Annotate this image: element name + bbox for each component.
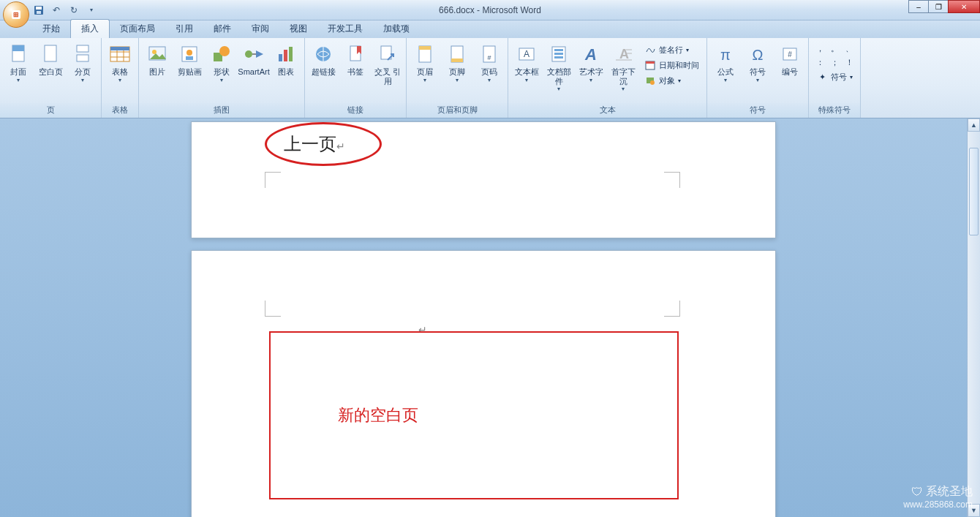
chevron-down-icon: ▾ <box>557 86 560 92</box>
smartart-button[interactable]: SmartArt <box>238 41 269 78</box>
equation-label: 公式 <box>717 67 734 77</box>
svg-rect-6 <box>77 45 88 52</box>
picture-icon <box>146 42 169 66</box>
svg-rect-1 <box>36 7 42 10</box>
chevron-down-icon: ▾ <box>525 77 528 83</box>
symbol-button[interactable]: Ω符号▾ <box>742 41 773 85</box>
picture-button[interactable]: 图片 <box>142 41 173 78</box>
margin-mark <box>664 172 680 188</box>
number-button[interactable]: #编号 <box>774 41 805 78</box>
smartart-icon <box>242 42 265 66</box>
wordart-button[interactable]: A艺术字▾ <box>576 41 606 85</box>
hyperlink-label: 超链接 <box>312 67 336 77</box>
table-icon <box>108 42 132 66</box>
group-label: 符号 <box>707 103 808 118</box>
punct-semi[interactable]: ； <box>828 56 841 69</box>
shapes-button[interactable]: 形状▾ <box>206 41 237 85</box>
dropcap-button[interactable]: A首字下沉▾ <box>608 41 638 94</box>
footer-button[interactable]: 页脚▾ <box>442 41 472 85</box>
svg-point-15 <box>152 50 157 54</box>
textbox-button[interactable]: A文本框▾ <box>511 41 542 85</box>
equation-button[interactable]: π公式▾ <box>710 41 741 85</box>
clipart-button[interactable]: 剪贴画 <box>174 41 205 78</box>
margin-mark <box>265 172 281 188</box>
ribbon-group-页眉和页脚: 页眉▾页脚▾#页码▾页眉和页脚 <box>407 38 508 118</box>
punct-sep[interactable]: 、 <box>843 42 856 55</box>
svg-point-20 <box>219 46 230 56</box>
more-symbols-button[interactable]: ✦符号▾ <box>813 69 856 84</box>
page1-text: 上一页↵ <box>284 132 345 156</box>
scroll-up-button[interactable]: ▲ <box>968 118 980 132</box>
window-controls: – ❐ ✕ <box>909 0 980 13</box>
signature-icon <box>644 44 656 56</box>
tab-邮件[interactable]: 邮件 <box>203 20 241 38</box>
shapes-label: 形状 <box>214 67 230 77</box>
header-icon <box>413 42 437 66</box>
tab-引用[interactable]: 引用 <box>165 20 203 38</box>
svg-rect-7 <box>77 55 88 61</box>
tab-视图[interactable]: 视图 <box>279 20 317 38</box>
clipart-label: 剪贴画 <box>178 67 202 77</box>
pagenum-label: 页码 <box>481 67 497 77</box>
document-area[interactable]: 上一页↵ ↵ 新的空白页 <box>0 118 967 517</box>
punct-excl[interactable]: ！ <box>843 56 856 69</box>
bookmark-button[interactable]: 书签 <box>340 41 371 78</box>
picture-label: 图片 <box>149 67 165 77</box>
group-label: 页 <box>0 103 101 118</box>
document-page-1[interactable]: 上一页↵ <box>191 121 776 238</box>
cover-button[interactable]: 封面▾ <box>3 41 34 85</box>
svg-rect-18 <box>186 56 193 60</box>
tab-开始[interactable]: 开始 <box>32 20 70 38</box>
ribbon-group-表格: 表格▾表格 <box>102 38 139 118</box>
tab-插入[interactable]: 插入 <box>70 19 110 38</box>
ribbon-group-链接: 超链接书签交叉 引用链接 <box>305 38 407 118</box>
shield-icon: 🛡 <box>911 486 923 499</box>
bookmark-icon <box>344 42 367 66</box>
scroll-thumb[interactable] <box>969 148 979 235</box>
svg-text:Ω: Ω <box>753 47 764 63</box>
ribbon-group-符号: π公式▾Ω符号▾#编号符号 <box>707 38 809 118</box>
chart-button[interactable]: 图表 <box>271 41 301 78</box>
office-button[interactable]: ⊞ <box>3 1 29 28</box>
crossref-button[interactable]: 交叉 引用 <box>372 41 403 87</box>
blank-icon <box>39 42 62 66</box>
document-page-2[interactable]: ↵ 新的空白页 <box>191 250 776 517</box>
tab-审阅[interactable]: 审阅 <box>241 20 279 38</box>
quickparts-icon <box>547 42 570 66</box>
vertical-scrollbar[interactable]: ▲ ▼ <box>967 118 980 517</box>
blank-button[interactable]: 空白页 <box>35 41 66 78</box>
chevron-down-icon: ▾ <box>756 77 759 83</box>
chevron-down-icon: ▾ <box>220 77 223 83</box>
pagenum-button[interactable]: #页码▾ <box>474 41 505 85</box>
punct-period[interactable]: 。 <box>828 42 841 55</box>
punct-colon[interactable]: ： <box>813 56 826 69</box>
undo-icon[interactable]: ↶ <box>50 4 63 17</box>
quickparts-button[interactable]: 文档部件▾ <box>543 41 574 94</box>
chevron-down-icon: ▾ <box>622 86 625 92</box>
table-button[interactable]: 表格▾ <box>105 41 135 85</box>
close-button[interactable]: ✕ <box>948 0 980 13</box>
equation-icon: π <box>714 42 737 66</box>
hyperlink-button[interactable]: 超链接 <box>308 41 339 78</box>
svg-rect-43 <box>554 56 563 59</box>
pagebreak-button[interactable]: 分页▾ <box>67 41 98 85</box>
punct-comma[interactable]: ， <box>813 42 826 55</box>
maximize-button[interactable]: ❐ <box>928 0 949 13</box>
header-button[interactable]: 页眉▾ <box>410 41 440 85</box>
tab-开发工具[interactable]: 开发工具 <box>317 20 373 38</box>
minimize-button[interactable]: – <box>908 0 929 13</box>
tab-加载项[interactable]: 加载项 <box>373 20 420 38</box>
save-icon[interactable] <box>32 4 45 17</box>
svg-rect-26 <box>289 47 293 61</box>
header-label: 页眉 <box>417 67 433 77</box>
number-label: 编号 <box>782 67 798 77</box>
datetime-button[interactable]: 日期和时间 <box>641 58 702 72</box>
symbol-label: 符号 <box>750 67 766 77</box>
signature-button[interactable]: 签名行 ▾ <box>641 42 702 57</box>
tab-页面布局[interactable]: 页面布局 <box>110 20 165 38</box>
group-label: 特殊符号 <box>809 103 860 118</box>
group-label: 插图 <box>139 103 304 118</box>
redo-icon[interactable]: ↻ <box>67 4 80 17</box>
object-button[interactable]: 对象 ▾ <box>641 73 702 88</box>
qat-dropdown-icon[interactable]: ▾ <box>85 4 98 17</box>
